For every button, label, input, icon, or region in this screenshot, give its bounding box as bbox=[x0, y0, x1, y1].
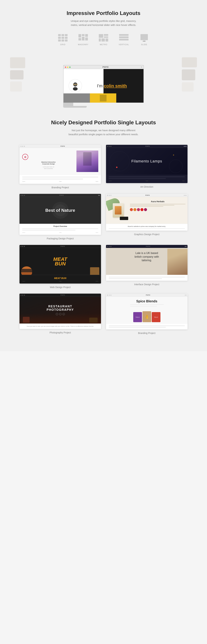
card6-logo: POFO bbox=[112, 246, 184, 247]
svg-rect-11 bbox=[85, 34, 88, 37]
portfolio-label-spice: Branding Project bbox=[138, 332, 156, 334]
svg-rect-2 bbox=[65, 34, 68, 36]
section-portfolio-single: Nicely Designed Portfolio Single Layouts… bbox=[0, 108, 207, 341]
svg-rect-1 bbox=[62, 34, 64, 36]
svg-rect-24 bbox=[140, 34, 148, 40]
card6-text: Lale is a UK based british company with … bbox=[134, 251, 160, 262]
portfolio-item-branding1: POFO ◎ Mammut InteractiveCorporate Desig… bbox=[20, 145, 101, 189]
portfolio-label-interface: Interface Design Project bbox=[134, 283, 159, 286]
card1-logo: POFO bbox=[26, 146, 100, 147]
svg-rect-16 bbox=[104, 34, 108, 36]
monitor-greeting: I'm bbox=[97, 83, 104, 88]
svg-rect-19 bbox=[102, 38, 105, 42]
svg-rect-8 bbox=[65, 40, 68, 42]
svg-point-26 bbox=[144, 41, 145, 42]
svg-rect-3 bbox=[58, 37, 61, 39]
card3-logo: POFO bbox=[26, 194, 98, 196]
portfolio-label-photo: Photography Project bbox=[50, 331, 71, 334]
card3-title: Best of Nature bbox=[45, 208, 75, 213]
card1-subtitle: Mammut InteractiveCorporate Design bbox=[22, 161, 75, 165]
monitor-name: colin smith bbox=[104, 83, 127, 88]
portfolio-card-web[interactable]: POFO MEATBUN bbox=[20, 245, 101, 284]
monitor: POFO ✕ bbox=[63, 65, 144, 108]
card8-title: Spice Blends bbox=[130, 299, 164, 303]
svg-rect-13 bbox=[82, 37, 84, 40]
svg-point-33 bbox=[73, 87, 78, 90]
layout-metro[interactable]: METRO bbox=[98, 34, 108, 46]
layout-grid[interactable]: GRID bbox=[58, 34, 68, 46]
card5-logo: POFO bbox=[26, 246, 100, 247]
svg-rect-15 bbox=[99, 34, 103, 38]
grid-icon bbox=[58, 34, 68, 42]
grid-label: GRID bbox=[60, 44, 66, 46]
section1-title: Impressive Portfolio Layouts bbox=[7, 10, 200, 16]
layout-vertical[interactable]: VERTICAL bbox=[118, 34, 129, 46]
portfolio-item-graphics: POFO bbox=[106, 194, 188, 240]
slide-label: SLIDE bbox=[141, 44, 147, 46]
section2-title: Nicely Designed Portfolio Single Layouts bbox=[10, 120, 197, 126]
portfolio-label-graphics: Graphics Design Project bbox=[134, 233, 160, 236]
card2-logo: POFO bbox=[112, 146, 183, 147]
svg-rect-9 bbox=[78, 34, 81, 38]
card4-product: Aura Herbals bbox=[130, 200, 186, 203]
slide-icon bbox=[139, 34, 149, 42]
social3: g bbox=[62, 313, 65, 315]
vertical-icon bbox=[119, 34, 129, 42]
portfolio-grid: POFO ◎ Mammut InteractiveCorporate Desig… bbox=[20, 145, 188, 334]
svg-rect-23 bbox=[119, 39, 128, 40]
portfolio-label-art: Art Direction bbox=[140, 186, 153, 188]
portfolio-card-art[interactable]: POFO bbox=[106, 145, 188, 183]
portfolio-item-spice: POFO Spice Blends bbox=[106, 294, 188, 334]
svg-rect-21 bbox=[119, 34, 128, 36]
portfolio-item-interface: POFO Lale is a UK based british company … bbox=[106, 245, 188, 288]
card7-bottom: Once you learn to care, you can record i… bbox=[22, 325, 98, 327]
portfolio-item-art: POFO bbox=[106, 145, 188, 189]
portfolio-card-graphics[interactable]: POFO bbox=[106, 194, 188, 230]
svg-rect-5 bbox=[65, 37, 68, 39]
masonry-icon bbox=[78, 34, 88, 42]
bottom-space bbox=[0, 341, 207, 351]
card7-title: RESTAURANTPHOTOGRAPHY bbox=[46, 305, 74, 312]
section1-description: Unique and eye catching portfolio styles… bbox=[68, 19, 139, 27]
svg-rect-0 bbox=[58, 34, 61, 36]
social2: t bbox=[59, 313, 62, 315]
portfolio-label-branding1: Branding Project bbox=[52, 186, 69, 189]
svg-rect-14 bbox=[85, 38, 88, 40]
portfolio-item-web: POFO MEATBUN bbox=[20, 245, 101, 288]
monitor-logo: POFO bbox=[72, 66, 140, 68]
svg-rect-20 bbox=[106, 38, 108, 42]
portfolio-item-photo: POFO RESTAURANTPHOTOGRAPHY f t bbox=[20, 294, 101, 334]
card3-subtitle: Project Overview bbox=[22, 226, 98, 227]
svg-rect-10 bbox=[82, 34, 84, 36]
social1: f bbox=[56, 313, 58, 315]
monitor-container: POFO ✕ bbox=[7, 54, 200, 108]
avatar-svg bbox=[70, 81, 80, 91]
metro-label: METRO bbox=[100, 44, 107, 46]
portfolio-card-spice[interactable]: POFO Spice Blends bbox=[106, 294, 188, 330]
portfolio-label-packaging: Packaging Design Project bbox=[47, 237, 74, 240]
portfolio-card-packaging[interactable]: POFO Best of Nature bbox=[20, 194, 101, 235]
portfolio-item-packaging: POFO Best of Nature bbox=[20, 194, 101, 240]
card7-logo: POFO bbox=[26, 294, 100, 296]
layout-masonry[interactable]: MASONRY bbox=[78, 34, 88, 46]
svg-rect-17 bbox=[104, 36, 108, 38]
card2-title: Filamento Lamps bbox=[132, 159, 162, 164]
svg-rect-7 bbox=[62, 40, 64, 42]
section2-description: Not just the homepage, we have designed … bbox=[68, 128, 139, 136]
portfolio-card-interface[interactable]: POFO Lale is a UK based british company … bbox=[106, 245, 188, 281]
metro-icon bbox=[98, 34, 108, 42]
svg-rect-18 bbox=[99, 38, 101, 42]
svg-rect-22 bbox=[119, 36, 128, 38]
svg-rect-12 bbox=[78, 38, 81, 40]
portfolio-card-branding1[interactable]: POFO ◎ Mammut InteractiveCorporate Desig… bbox=[20, 145, 101, 184]
svg-point-27 bbox=[145, 41, 146, 42]
svg-rect-4 bbox=[62, 37, 64, 39]
layout-slide[interactable]: SLIDE bbox=[139, 34, 149, 46]
card-branding-content: ◎ Mammut InteractiveCorporate Design Lor… bbox=[20, 148, 101, 184]
card4-bottom: Brand & website to prime new company for… bbox=[109, 226, 185, 227]
svg-point-25 bbox=[143, 41, 144, 42]
card4-logo: POFO bbox=[112, 194, 183, 196]
section-portfolio-layouts: Impressive Portfolio Layouts Unique and … bbox=[0, 0, 207, 108]
portfolio-card-photo[interactable]: POFO RESTAURANTPHOTOGRAPHY f t bbox=[20, 294, 101, 329]
vertical-label: VERTICAL bbox=[118, 44, 129, 46]
